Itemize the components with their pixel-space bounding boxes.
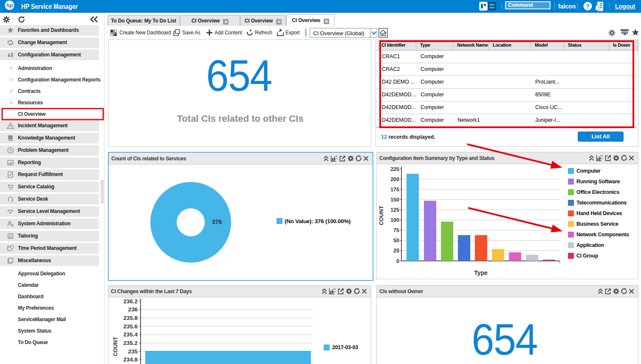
svg-text:235.6: 235.6 — [123, 323, 138, 330]
svg-text:175: 175 — [390, 187, 399, 193]
svg-text:236.2: 236.2 — [123, 298, 138, 305]
svg-text:235.2: 235.2 — [123, 340, 138, 346]
svg-text:235.4: 235.4 — [123, 331, 138, 338]
svg-text:?: ? — [586, 3, 590, 10]
svg-text:Type: Type — [474, 269, 488, 276]
svg-text:100: 100 — [390, 217, 399, 223]
svg-text:235.8: 235.8 — [123, 315, 138, 321]
svg-text:234.8: 234.8 — [123, 356, 138, 363]
svg-text:125: 125 — [390, 207, 399, 213]
svg-text:COUNT: COUNT — [378, 206, 384, 225]
svg-text:150: 150 — [390, 197, 399, 203]
svg-text:COUNT: COUNT — [112, 337, 119, 356]
svg-text:?: ? — [9, 148, 12, 153]
svg-text:Y!: Y! — [9, 234, 12, 237]
svg-text:235: 235 — [128, 348, 138, 355]
svg-text:hp: hp — [6, 2, 13, 8]
svg-text:50: 50 — [393, 238, 399, 244]
svg-text:225: 225 — [390, 166, 399, 172]
svg-text:0: 0 — [396, 258, 399, 264]
svg-text:75: 75 — [393, 227, 399, 233]
svg-text:236: 236 — [128, 306, 138, 313]
svg-text:25: 25 — [393, 248, 399, 254]
svg-text:200: 200 — [390, 176, 399, 182]
